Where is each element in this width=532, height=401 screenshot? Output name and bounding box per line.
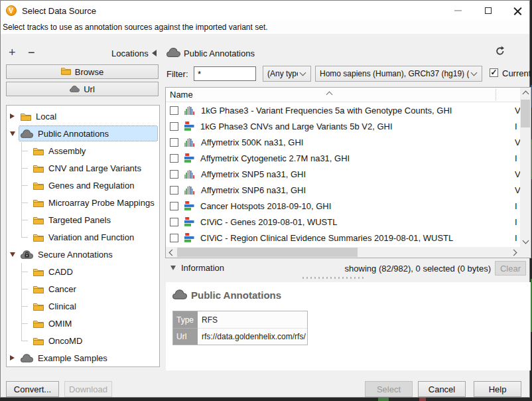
add-location-button[interactable]: + [9,46,16,60]
url-button[interactable]: Url [6,82,159,96]
type-filter-dropdown[interactable]: (Any type) [263,66,311,82]
current-checkbox[interactable] [490,68,498,77]
minimize-button[interactable] [450,3,466,18]
horizontal-scrollbar-thumb[interactable] [177,248,358,257]
tree-item-body[interactable]: Assembly [32,143,157,158]
tree-item-body[interactable]: Local [19,109,157,123]
tree-item-body[interactable]: OncoMD [32,333,157,348]
browse-button[interactable]: Browse [6,64,159,79]
tree-item-public-annotations[interactable]: Public Annotations [7,125,159,142]
tree-item-targeted-panels[interactable]: Targeted Panels [7,211,159,228]
scroll-up-icon[interactable] [520,88,531,98]
tree-item-body[interactable]: Clinical [32,299,157,313]
browse-button-label: Browse [75,67,103,77]
download-button[interactable]: Download [64,381,112,397]
tree-item-body[interactable]: Variation and Function [32,230,157,244]
desktop-fragment [419,398,426,401]
tree-item-cancer[interactable]: Cancer [7,280,159,297]
tracks-table: Name 1kG Phase3 - Variant Frequencies 5a… [165,87,531,258]
tree-item-secure-annotations[interactable]: Secure Annotations [7,246,159,263]
scroll-down-icon[interactable] [520,236,531,247]
collapse-icon[interactable] [10,130,19,137]
horizontal-scrollbar[interactable] [166,247,520,258]
row-checkbox[interactable] [170,154,178,163]
tree-item-microarray-probe-mappings[interactable]: Microarray Probe Mappings [7,194,159,211]
close-button[interactable] [509,3,525,18]
property-key: Type [173,311,198,328]
title-bar[interactable]: Select Data Source [1,1,529,21]
folder-icon [33,233,44,242]
vertical-scrollbar-thumb[interactable] [521,100,530,127]
select-button[interactable]: Select [365,381,413,397]
collapse-icon[interactable] [10,251,19,258]
convert-button[interactable]: Convert... [6,381,59,397]
tree-item-genes-and-regulation[interactable]: Genes and Regulation [7,177,159,194]
row-checkbox[interactable] [170,122,178,131]
row-checkbox[interactable] [170,170,178,179]
folder-icon [33,302,44,311]
table-row[interactable]: Affymetrix SNP5 na31, GHIV [166,166,520,182]
refresh-icon [494,45,506,57]
filter-input[interactable] [194,66,256,81]
tree-item-body[interactable]: Example Samples [19,351,157,365]
tree-item-body[interactable]: OMIM [32,316,157,331]
maximize-button[interactable] [480,3,496,18]
select-data-source-dialog: Select Data Source Select tracks to use … [0,0,530,398]
help-button[interactable]: Help [474,381,521,397]
name-column-header[interactable]: Name [166,88,531,102]
collapse-panel-icon[interactable] [152,50,157,56]
table-row[interactable]: Affymetrix SNP6 na31, GHIV [166,182,520,198]
folder-icon [33,285,44,293]
tree-item-body[interactable]: CADD [32,264,157,279]
row-checkbox[interactable] [170,234,178,242]
folder-icon [61,66,71,77]
locations-label: Locations [111,48,149,58]
remove-location-button[interactable]: − [28,46,35,60]
genome-dropdown[interactable]: Homo sapiens (Human), GRCh37 (hg19) (Feb… [315,66,482,82]
tree-connector [15,228,32,246]
row-checkbox[interactable] [170,186,178,195]
tree-item-cnv-and-large-variants[interactable]: CNV and Large Variants [7,159,159,177]
row-checkbox[interactable] [170,106,178,115]
tree-item-body[interactable]: Cancer [32,281,157,296]
tree-item-clinical[interactable]: Clinical [7,297,159,315]
expand-icon[interactable] [10,355,19,361]
table-row[interactable]: CIViC - Region Clinical Evidence Summari… [166,230,520,246]
tree-item-local[interactable]: Local [7,108,159,125]
interval-track-icon [184,233,195,242]
property-row: Urlrfs://data.goldenhelix.com/rfs/ [173,328,307,345]
tree-selection-highlight[interactable]: Public Annotations [19,126,157,141]
table-row[interactable]: Affymetrix Cytogenetic 2.7M na31, GHII [166,150,520,166]
scroll-right-icon[interactable] [509,247,520,258]
expand-icon[interactable] [10,113,19,120]
table-row[interactable]: Affymetrix 500K na31, GHIV [166,134,520,150]
cancel-button[interactable]: Cancel [418,381,466,397]
tree-item-oncomd[interactable]: OncoMD [7,332,159,349]
table-row[interactable]: 1kG Phase3 - Variant Frequencies 5a with… [166,102,520,118]
tree-item-omim[interactable]: OMIM [7,315,159,332]
table-row[interactable]: Cancer Hotspots 2018-09-10, GHII [166,198,520,214]
track-type-letter: V [515,185,520,195]
table-row[interactable]: CIViC - Genes 2019-08-01, WUSTLI [166,214,520,230]
row-checkbox[interactable] [170,138,178,147]
tree-item-body[interactable]: Secure Annotations [19,247,157,262]
table-row[interactable]: 1kG Phase3 CNVs and Large Variants 5b V2… [166,118,520,134]
information-expander-icon[interactable] [170,266,176,270]
tree-item-body[interactable]: Targeted Panels [32,212,157,227]
row-checkbox[interactable] [170,218,178,226]
tree-item-body[interactable]: Microarray Probe Mappings [32,195,157,210]
tree-item-variation-and-function[interactable]: Variation and Function [7,228,159,246]
tree-item-body[interactable]: Genes and Regulation [32,178,157,193]
tree-item-assembly[interactable]: Assembly [7,142,159,159]
tree-item-cadd[interactable]: CADD [7,263,159,280]
scroll-left-icon[interactable] [166,247,176,258]
tree-item-example-samples[interactable]: Example Samples [7,349,159,366]
tree-item-body[interactable]: CNV and Large Variants [32,161,157,175]
chevron-down-icon [471,70,478,76]
clear-button[interactable]: Clear [495,261,526,276]
refresh-button[interactable] [494,45,506,57]
row-checkbox[interactable] [170,202,178,210]
splitter-handle[interactable] [302,277,364,279]
vertical-scrollbar[interactable] [520,88,531,247]
dialog-subtitle-bar: Select tracks to use as annotation sourc… [1,21,529,34]
